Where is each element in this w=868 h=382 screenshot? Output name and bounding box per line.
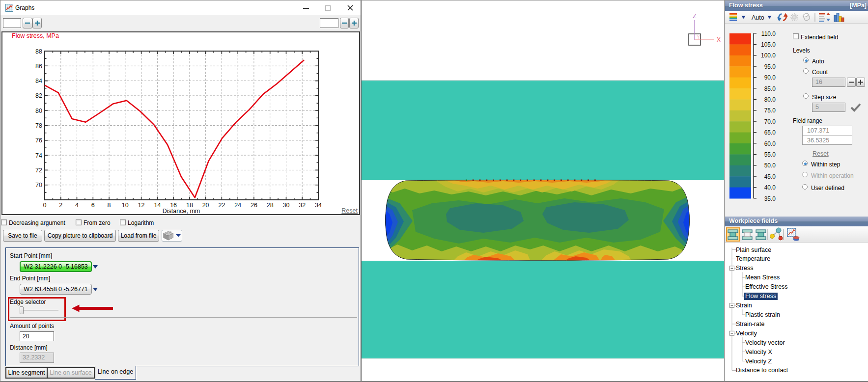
svg-text:55.0: 55.0 [764,151,776,158]
svg-text:X: X [717,36,721,43]
svg-text:84: 84 [35,78,42,84]
svg-text:80.0: 80.0 [764,96,776,103]
svg-text:Y: Y [697,34,700,40]
svg-text:24: 24 [234,202,241,209]
svg-text:26: 26 [251,202,257,209]
svg-text:Reset: Reset [341,207,358,214]
svg-text:0: 0 [43,202,47,209]
svg-text:12: 12 [138,202,145,209]
svg-text:Z: Z [693,13,696,20]
svg-text:105.0: 105.0 [761,41,776,48]
svg-text:34: 34 [315,202,322,209]
svg-text:32: 32 [299,202,306,209]
svg-text:20: 20 [202,202,209,209]
svg-text:30: 30 [283,202,290,209]
svg-text:110.0: 110.0 [761,30,776,37]
svg-text:14: 14 [154,202,161,209]
svg-text:80: 80 [35,108,42,114]
svg-text:6: 6 [91,202,95,209]
svg-text:Distance, mm: Distance, mm [163,208,200,214]
svg-text:28: 28 [267,202,274,209]
svg-text:82: 82 [35,92,42,99]
svg-text:72: 72 [35,167,42,174]
svg-text:70.0: 70.0 [764,118,776,125]
svg-text:65.0: 65.0 [764,129,776,136]
svg-text:75.0: 75.0 [764,107,776,114]
svg-text:76: 76 [35,137,42,144]
svg-text:10: 10 [122,202,129,209]
svg-text:74: 74 [35,152,42,159]
svg-text:Flow stress, MPa: Flow stress, MPa [12,32,59,39]
svg-text:86: 86 [35,63,42,70]
svg-text:88: 88 [35,48,42,55]
svg-text:78: 78 [35,122,42,129]
svg-text:4: 4 [75,202,79,209]
svg-text:50.0: 50.0 [764,162,776,169]
svg-text:100.0: 100.0 [761,52,776,59]
svg-text:2: 2 [59,202,62,209]
svg-text:35.0: 35.0 [764,195,776,202]
svg-text:95.0: 95.0 [764,63,776,70]
svg-text:8: 8 [108,202,111,209]
svg-text:60.0: 60.0 [764,140,776,147]
svg-text:90.0: 90.0 [764,74,776,81]
svg-text:45.0: 45.0 [764,173,776,180]
svg-text:Auto: Auto [752,14,764,21]
svg-text:40.0: 40.0 [764,184,776,191]
svg-text:22: 22 [218,202,225,209]
svg-text:70: 70 [35,182,42,189]
svg-text:85.0: 85.0 [764,85,776,92]
